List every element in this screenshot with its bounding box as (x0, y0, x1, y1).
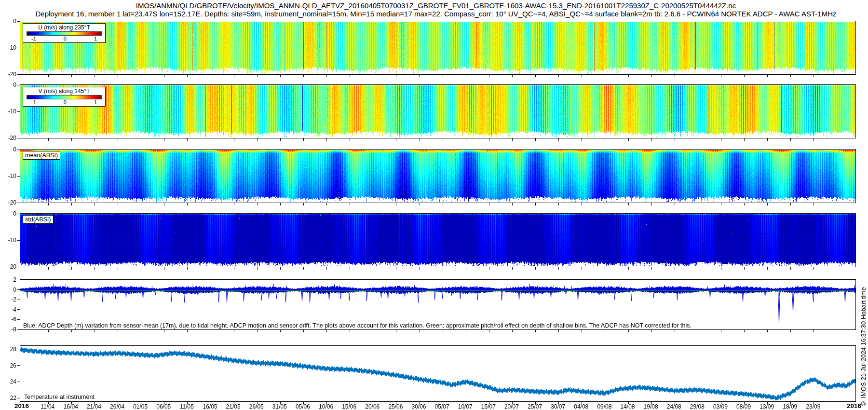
x-tick (211, 138, 211, 141)
x-tick (767, 330, 768, 332)
y-tick (17, 176, 20, 177)
x-tick (628, 75, 629, 77)
y-tick (17, 365, 20, 366)
x-tick (443, 267, 443, 270)
y-tick (17, 349, 20, 349)
colorbar-tick-label: 0 (64, 99, 67, 105)
y-tick (17, 382, 20, 382)
x-tick (767, 203, 768, 205)
x-tick (350, 138, 350, 141)
x-tick (628, 138, 629, 141)
x-tick (164, 138, 164, 141)
x-tick (443, 203, 443, 205)
panel-mean-absi: mean(ABSI) 0-10-20 (20, 149, 856, 203)
x-tick (396, 267, 396, 270)
y-tick (17, 309, 20, 310)
x-tick (814, 267, 814, 270)
x-tick (767, 267, 768, 270)
x-tick (326, 267, 327, 270)
y-tick-label: 0 (0, 81, 16, 89)
x-tick-label: 26/04 (110, 403, 124, 410)
x-tick (767, 138, 768, 141)
x-tick (95, 138, 95, 141)
x-tick (582, 330, 582, 332)
x-tick (698, 138, 698, 141)
x-tick (420, 75, 420, 77)
x-tick (512, 330, 513, 332)
x-tick (396, 75, 396, 77)
y-tick-label: 0 (0, 286, 16, 294)
x-tick (95, 75, 95, 77)
x-tick-label: 30/06 (411, 403, 426, 410)
x-tick (744, 330, 745, 332)
x-tick (373, 203, 373, 205)
x-tick (280, 330, 281, 332)
x-tick (257, 75, 258, 77)
y-tick-label: -10 (0, 172, 16, 180)
x-tick (187, 330, 188, 332)
x-tick (651, 75, 652, 77)
y-tick-label: -10 (0, 236, 16, 244)
y-tick (17, 214, 20, 214)
x-tick (698, 203, 698, 205)
y-tick-label: 0 (0, 210, 16, 218)
std-absi-heatmap (20, 214, 855, 267)
x-tick-label: 19/08 (644, 403, 658, 410)
x-tick (141, 330, 141, 332)
x-tick-label: 01/05 (133, 403, 148, 410)
panel-depth-variation: Blue: ADCP Depth (m) variation from sens… (20, 279, 856, 330)
v-velocity-heatmap (20, 85, 855, 138)
x-tick (71, 75, 72, 77)
y-tick (17, 329, 20, 330)
x-tick-label: 10/07 (458, 403, 473, 410)
x-tick (396, 203, 396, 205)
x-tick (675, 203, 675, 205)
x-tick (187, 138, 188, 141)
x-tick (71, 203, 72, 205)
x-tick (651, 138, 652, 141)
x-tick (698, 267, 698, 270)
y-tick-label: -4 (0, 306, 16, 314)
x-tick (234, 75, 234, 77)
x-tick (721, 203, 721, 205)
x-tick (582, 75, 582, 77)
x-tick (651, 330, 652, 332)
x-tick (814, 330, 814, 332)
copyright-vertical-text: © IMOS 21-Jul-2024 16:37:30 Hobart time (860, 287, 867, 407)
x-tick (350, 203, 350, 205)
colorbar-tick-label: 1 (94, 36, 97, 41)
figure-root: IMOS/ANMN/QLD/GBROTE/Velocity/IMOS_ANMN-… (0, 0, 868, 410)
y-tick (17, 74, 20, 75)
x-tick (558, 203, 559, 205)
panel-temperature: Temperature at instrument 28262422 (20, 345, 856, 402)
x-tick (257, 138, 258, 141)
x-tick (420, 330, 420, 332)
x-tick (303, 75, 304, 77)
x-tick (280, 267, 281, 270)
x-tick (326, 330, 327, 332)
x-tick (558, 75, 559, 77)
x-tick (141, 203, 141, 205)
x-tick (721, 138, 721, 141)
x-tick (535, 330, 536, 332)
y-tick (17, 48, 20, 48)
x-tick (466, 267, 466, 270)
x-tick (767, 75, 768, 77)
x-tick-label: 20/07 (504, 403, 519, 410)
x-tick (443, 75, 443, 77)
x-tick (605, 330, 605, 332)
y-tick (17, 111, 20, 112)
v-legend-title: V (m/s) along 145°T (26, 88, 103, 95)
y-tick (17, 150, 20, 150)
u-velocity-heatmap (20, 21, 855, 74)
x-tick (71, 330, 72, 332)
x-tick (420, 203, 420, 205)
x-tick (211, 330, 211, 332)
u-colorbar-tick-labels: -1 0 1 (26, 36, 103, 41)
x-tick (790, 203, 791, 205)
v-colorbar-legend: V (m/s) along 145°T -1 0 1 (23, 87, 106, 107)
x-tick (164, 75, 164, 77)
y-tick (17, 398, 20, 398)
y-tick-label: -20 (0, 199, 16, 206)
x-tick (512, 75, 513, 77)
